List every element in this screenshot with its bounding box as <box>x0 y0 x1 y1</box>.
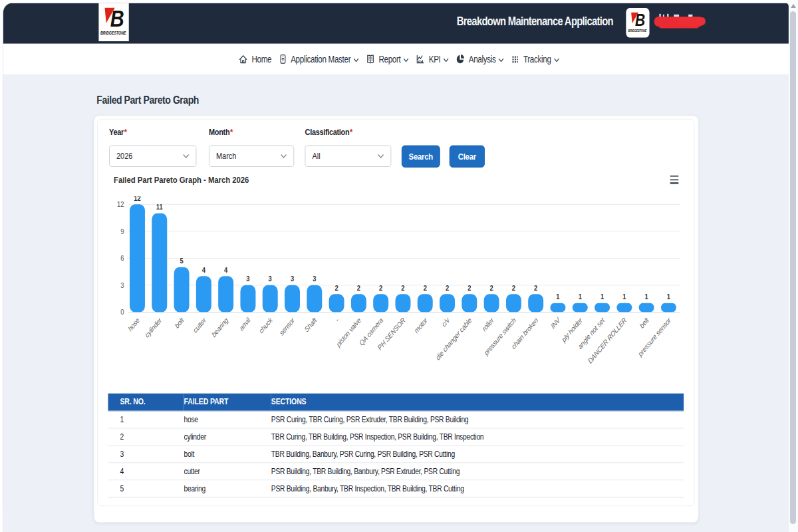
bar-value-label: 3 <box>246 275 249 283</box>
table-row: 2cylinderTBR Curing, TBR Building, PSR I… <box>108 428 684 446</box>
menu-bar <box>670 182 679 184</box>
bar-value-label: 4 <box>224 266 227 274</box>
x-axis-label: sensor <box>278 316 296 337</box>
table-header-row: SR. NO.FAILED PARTSECTIONS <box>108 393 684 411</box>
app-stage: BBRIDGESTONE Breakdown Maintenance Appli… <box>0 0 798 532</box>
bar-value-label: 11 <box>156 203 163 211</box>
bar-value-label: 1 <box>622 293 626 301</box>
bar <box>528 294 543 312</box>
month-select[interactable]: March <box>209 145 294 166</box>
x-axis-label: DANCER ROLLER <box>587 316 628 365</box>
x-axis-label: c/v <box>441 316 452 329</box>
tracking-icon <box>511 54 519 65</box>
failed-part-cell: cylinder <box>184 428 271 446</box>
bar-value-label: 12 <box>134 196 141 202</box>
bar <box>395 294 410 312</box>
clear-button[interactable]: Clear <box>450 145 485 167</box>
bar <box>440 294 455 312</box>
x-axis-label: ply holder <box>560 316 584 344</box>
y-axis-label: 6 <box>120 255 124 263</box>
nav-item-kpi[interactable]: KPI <box>416 54 449 65</box>
nav-item-label: KPI <box>429 54 441 65</box>
x-axis-label: INV <box>549 316 562 331</box>
x-axis-label: cylinder <box>144 316 164 339</box>
logo-mark-letter: B <box>635 11 645 29</box>
table-row: 3boltTBR Building, Banbury, PSR Curing, … <box>108 446 684 463</box>
failed-part-cell: bolt <box>184 446 271 463</box>
main-navbar: HomeApplication MasterReportKPIAnalysisT… <box>3 44 789 75</box>
bar-value-label: 2 <box>401 284 404 292</box>
bar <box>218 276 233 312</box>
year-label: Year* <box>109 126 127 136</box>
month-select-value: March <box>216 151 236 161</box>
bar <box>616 303 632 313</box>
bridgestone-logo-icon: BBRIDGESTONE <box>628 10 648 36</box>
user-name-redaction <box>654 13 706 31</box>
logo-mark-letter: B <box>110 5 124 31</box>
bar-value-label: 1 <box>667 293 670 301</box>
app-header: BBRIDGESTONE Breakdown Maintenance Appli… <box>3 3 789 44</box>
app-frame: BBRIDGESTONE Breakdown Maintenance Appli… <box>3 3 789 532</box>
logo-wordmark: BRIDGESTONE <box>628 29 647 33</box>
menu-bar <box>670 179 679 180</box>
x-axis-label: cutter <box>192 316 207 334</box>
classification-select-value: All <box>313 151 321 161</box>
bar <box>130 204 145 312</box>
year-select[interactable]: 2026 <box>109 145 196 166</box>
table-row: 5bearingPSR Building, Banbury, TBR Inspe… <box>108 480 684 497</box>
bar <box>351 294 366 312</box>
scrollbar-track[interactable] <box>789 0 798 532</box>
analysis-icon <box>456 54 465 65</box>
failed-part-cell: hose <box>184 411 271 428</box>
classification-label: Classification* <box>305 126 352 136</box>
bar-value-label: 4 <box>202 266 205 274</box>
required-asterisk: * <box>124 126 127 136</box>
chart-context-menu-icon[interactable] <box>668 174 681 187</box>
bar-value-label: 2 <box>490 284 493 292</box>
bar <box>329 294 344 312</box>
sr-no-cell: 1 <box>108 411 184 428</box>
sections-cell: PSR Building, Banbury, TBR Inspection, T… <box>271 480 684 497</box>
failed-part-cell: cutter <box>184 463 271 480</box>
search-button[interactable]: Search <box>402 145 440 167</box>
classification-select[interactable]: All <box>305 145 392 166</box>
nav-item-tracking[interactable]: Tracking <box>511 54 559 65</box>
table-row: 1hosePSR Curing, TBR Curing, PSR Extrude… <box>108 411 684 428</box>
x-axis-label: bearing <box>210 316 229 338</box>
bar-value-label: 3 <box>291 275 294 283</box>
scrollbar-up-arrow[interactable] <box>791 4 796 8</box>
x-axis-label: Shaft <box>303 316 319 334</box>
table-header-cell: FAILED PART <box>184 393 271 411</box>
chevron-down-icon <box>353 58 359 63</box>
x-axis-label: - <box>334 316 340 323</box>
menu-bar <box>670 176 679 177</box>
nav-item-label: Analysis <box>469 54 496 65</box>
nav-item-analysis[interactable]: Analysis <box>456 54 504 65</box>
nav-item-label: Home <box>251 54 271 65</box>
chevron-down-icon <box>403 58 409 63</box>
bar <box>285 285 300 313</box>
month-label: Month* <box>209 126 233 136</box>
bar-value-label: 1 <box>645 293 648 301</box>
x-axis-label: chuck <box>258 316 275 335</box>
scrollbar-thumb[interactable] <box>790 11 796 524</box>
bar-value-label: 1 <box>556 293 559 301</box>
bar-value-label: 2 <box>534 284 537 292</box>
bridgestone-logo-left: BBRIDGESTONE <box>98 3 128 41</box>
bar <box>462 294 477 312</box>
x-axis-label: bolt <box>174 316 186 331</box>
chevron-down-icon <box>498 58 504 63</box>
nav-item-label: Report <box>378 54 400 65</box>
nav-item-report[interactable]: Report <box>366 54 409 65</box>
sections-cell: TBR Building, Banbury, PSR Curing, PSR B… <box>271 446 684 463</box>
bar <box>263 285 278 313</box>
bar <box>506 294 521 312</box>
nav-item-home[interactable]: Home <box>239 54 271 65</box>
bridgestone-logo-icon: BBRIDGESTONE <box>100 4 128 40</box>
bar-value-label: 2 <box>446 284 449 292</box>
pareto-bar-chart: 03691212hose11cylinder5bolt4cutter4beari… <box>103 196 689 396</box>
bar <box>373 294 388 312</box>
bar-value-label: 3 <box>269 275 272 283</box>
nav-item-application-master[interactable]: Application Master <box>278 54 358 65</box>
bar <box>595 303 610 313</box>
